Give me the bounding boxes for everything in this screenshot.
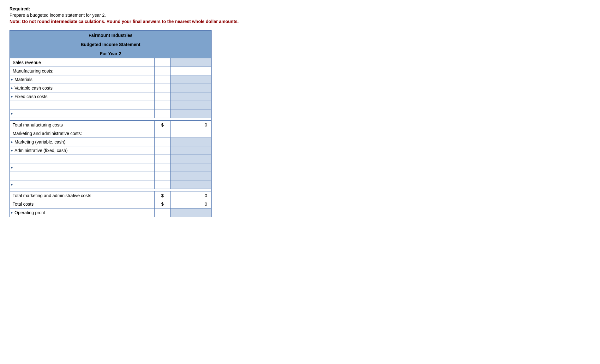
- admin-fixed-label: Administrative (fixed, cash): [10, 146, 155, 155]
- variable-cash-costs-input[interactable]: [173, 85, 207, 91]
- admin-fixed-dollar: [155, 146, 171, 155]
- empty-input-3[interactable]: [173, 156, 207, 161]
- empty-input-1[interactable]: [173, 103, 207, 108]
- empty-row-3: [10, 155, 211, 163]
- empty-label-2: [10, 109, 155, 118]
- empty-label-3: [10, 155, 155, 163]
- total-marketing-admin-row: Total marketing and administrative costs…: [10, 191, 211, 200]
- operating-profit-input[interactable]: [173, 210, 207, 215]
- empty-row-5: [10, 172, 211, 180]
- admin-fixed-input[interactable]: [173, 148, 207, 153]
- empty-label-4: [10, 163, 155, 172]
- sales-revenue-input-cell[interactable]: [170, 58, 211, 67]
- sales-revenue-label: Sales revenue: [10, 58, 155, 67]
- sales-revenue-dollar: [155, 58, 171, 67]
- total-costs-row: Total costs $ 0: [10, 200, 211, 208]
- fixed-cash-costs-input-cell[interactable]: [170, 92, 211, 101]
- header-row-3: For Year 2: [10, 49, 211, 58]
- fixed-cash-costs-label: Fixed cash costs: [10, 92, 155, 101]
- manufacturing-costs-label: Manufacturing costs:: [10, 67, 155, 75]
- materials-input-cell[interactable]: [170, 75, 211, 84]
- empty-row-6: [10, 180, 211, 189]
- spacer-row-2: [10, 189, 211, 191]
- empty-input-5[interactable]: [173, 173, 207, 179]
- empty-label-1: [10, 101, 155, 109]
- empty-dollar-4: [155, 163, 171, 172]
- empty-input-6[interactable]: [173, 182, 207, 187]
- empty-input-cell-5[interactable]: [170, 172, 211, 180]
- total-marketing-admin-dollar: $: [155, 191, 171, 200]
- total-manufacturing-dollar: $: [155, 120, 171, 129]
- operating-profit-input-cell[interactable]: [170, 208, 211, 217]
- empty-label-5: [10, 172, 155, 180]
- total-costs-value: 0: [170, 200, 211, 208]
- marketing-variable-input-cell[interactable]: [170, 138, 211, 146]
- variable-cash-costs-input-cell[interactable]: [170, 84, 211, 92]
- variable-cash-costs-dollar: [155, 84, 171, 92]
- manufacturing-costs-row: Manufacturing costs:: [10, 67, 211, 75]
- header-row-1: Fairmount Industries: [10, 31, 211, 40]
- admin-fixed-row: Administrative (fixed, cash): [10, 146, 211, 155]
- total-costs-dollar: $: [155, 200, 171, 208]
- operating-profit-label: Operating profit: [10, 208, 155, 217]
- total-marketing-admin-value: 0: [170, 191, 211, 200]
- variable-cash-costs-label: Variable cash costs: [10, 84, 155, 92]
- empty-input-cell-2[interactable]: [170, 109, 211, 118]
- operating-profit-dollar: [155, 208, 171, 217]
- total-manufacturing-row: Total manufacturing costs $ 0: [10, 120, 211, 129]
- empty-row-4: [10, 163, 211, 172]
- empty-input-cell-3[interactable]: [170, 155, 211, 163]
- marketing-variable-row: Marketing (variable, cash): [10, 138, 211, 146]
- variable-cash-costs-row: Variable cash costs: [10, 84, 211, 92]
- fixed-cash-costs-input[interactable]: [173, 94, 207, 99]
- empty-row-2: [10, 109, 211, 118]
- marketing-admin-costs-row: Marketing and administrative costs:: [10, 129, 211, 138]
- total-manufacturing-value: 0: [170, 120, 211, 129]
- marketing-admin-costs-dollar: [155, 129, 171, 138]
- admin-fixed-input-cell[interactable]: [170, 146, 211, 155]
- materials-dollar: [155, 75, 171, 84]
- empty-row-1: [10, 101, 211, 109]
- budgeted-income-statement-table: Fairmount Industries Budgeted Income Sta…: [9, 30, 212, 217]
- marketing-admin-costs-value: [170, 129, 211, 138]
- marketing-variable-input[interactable]: [173, 139, 207, 144]
- empty-input-cell-4[interactable]: [170, 163, 211, 172]
- materials-label: Materials: [10, 75, 155, 84]
- total-costs-label: Total costs: [10, 200, 155, 208]
- manufacturing-costs-value: [170, 67, 211, 75]
- empty-dollar-6: [155, 180, 171, 189]
- marketing-variable-dollar: [155, 138, 171, 146]
- empty-dollar-5: [155, 172, 171, 180]
- sales-revenue-row: Sales revenue: [10, 58, 211, 67]
- empty-input-cell-1[interactable]: [170, 101, 211, 109]
- manufacturing-costs-dollar: [155, 67, 171, 75]
- required-body: Prepare a budgeted income statement for …: [9, 13, 591, 18]
- empty-dollar-2: [155, 109, 171, 118]
- income-table: Fairmount Industries Budgeted Income Sta…: [9, 30, 212, 217]
- period-title: For Year 2: [10, 49, 211, 58]
- header-row-2: Budgeted Income Statement: [10, 40, 211, 49]
- empty-label-6: [10, 180, 155, 189]
- sales-revenue-input[interactable]: [173, 60, 207, 65]
- total-manufacturing-label: Total manufacturing costs: [10, 120, 155, 129]
- materials-input[interactable]: [173, 77, 207, 82]
- empty-dollar-1: [155, 101, 171, 109]
- empty-input-4[interactable]: [173, 165, 207, 170]
- spacer-row-1: [10, 118, 211, 120]
- operating-profit-row: Operating profit: [10, 208, 211, 217]
- required-note: Note: Do not round intermediate calculat…: [9, 19, 591, 24]
- company-name: Fairmount Industries: [10, 31, 211, 40]
- fixed-cash-costs-dollar: [155, 92, 171, 101]
- marketing-variable-label: Marketing (variable, cash): [10, 138, 155, 146]
- empty-dollar-3: [155, 155, 171, 163]
- fixed-cash-costs-row: Fixed cash costs: [10, 92, 211, 101]
- marketing-admin-costs-label: Marketing and administrative costs:: [10, 129, 155, 138]
- empty-input-2[interactable]: [173, 111, 207, 116]
- total-marketing-admin-label: Total marketing and administrative costs: [10, 191, 155, 200]
- empty-input-cell-6[interactable]: [170, 180, 211, 189]
- required-title: Required:: [9, 6, 591, 11]
- materials-row: Materials: [10, 75, 211, 84]
- statement-title: Budgeted Income Statement: [10, 40, 211, 49]
